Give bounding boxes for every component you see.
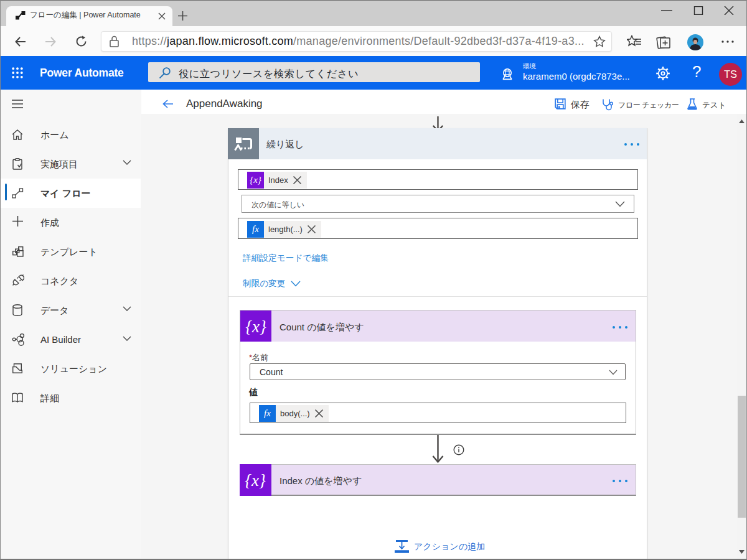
svg-text:{x}: {x}: [245, 317, 266, 336]
svg-text:{x}: {x}: [245, 471, 266, 490]
